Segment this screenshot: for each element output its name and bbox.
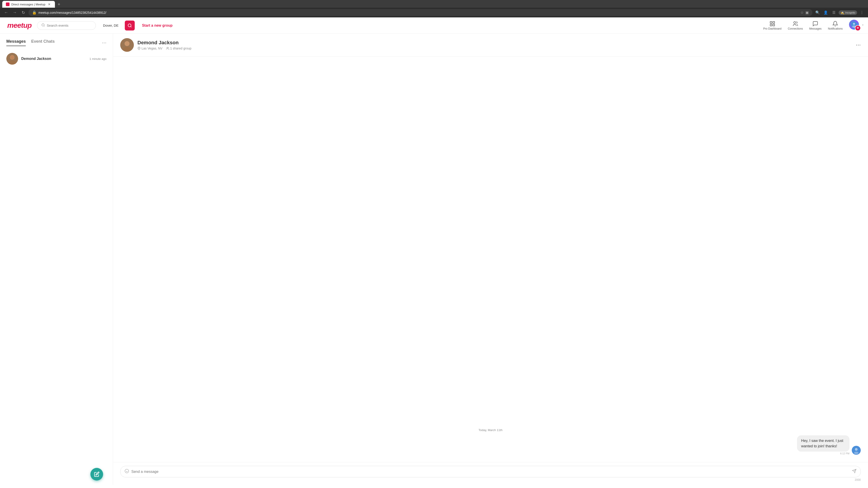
svg-rect-2 xyxy=(770,22,772,23)
logo[interactable]: meetup xyxy=(7,21,32,30)
location-display: Dover, DE xyxy=(103,24,119,27)
svg-point-22 xyxy=(125,469,129,473)
main-nav: Pro Dashboard Connections Messages xyxy=(763,20,861,31)
search-input[interactable] xyxy=(47,24,83,27)
incognito-label: Incognito xyxy=(845,11,855,14)
compose-button[interactable] xyxy=(90,468,103,481)
message-contact-name: Demond Jackson xyxy=(21,57,86,61)
conversation-location: Las Vegas, NV xyxy=(137,46,162,50)
start-group-button[interactable]: Start a new group xyxy=(142,24,173,28)
svg-point-15 xyxy=(125,41,129,46)
header: meetup Dover, DE Start a new group Pro D xyxy=(0,18,868,34)
incognito-icon: 🕵 xyxy=(840,11,844,14)
sidebar-toggle[interactable]: ☰ xyxy=(831,9,837,16)
search-bar[interactable] xyxy=(37,21,96,30)
conversation-info: Demond Jackson Las Vegas, NV xyxy=(137,40,852,50)
browser-tab[interactable]: Direct messages | Meetup ✕ xyxy=(2,1,55,8)
conversation-shared-group: 1 shared group xyxy=(166,46,191,50)
message-time: 1 minute ago xyxy=(90,57,106,61)
search-icon xyxy=(41,23,45,28)
messages-panel-header: Messages Event Chats ⋯ xyxy=(0,34,113,46)
bookmark-icon[interactable]: ☆ xyxy=(800,10,804,15)
svg-point-13 xyxy=(10,55,14,59)
message-row-0: Hey, I saw the event. I just wanted to j… xyxy=(120,435,861,455)
message-bubble: Hey, I saw the event. I just wanted to j… xyxy=(797,435,849,452)
conversation-more-button[interactable]: ⋯ xyxy=(856,42,861,48)
app: meetup Dover, DE Start a new group Pro D xyxy=(0,18,868,485)
extensions-icon[interactable]: ▣ xyxy=(805,10,809,15)
address-bar-actions: ☆ ▣ xyxy=(800,10,809,15)
svg-point-6 xyxy=(794,22,796,24)
svg-point-20 xyxy=(855,448,858,451)
avatar-face xyxy=(6,53,18,65)
message-sender-avatar xyxy=(852,446,861,455)
zoom-icon[interactable]: 🔍 xyxy=(814,9,821,16)
user-avatar-area[interactable]: M ⌄ xyxy=(849,20,861,31)
tab-event-chats[interactable]: Event Chats xyxy=(31,39,55,46)
tab-messages[interactable]: Messages xyxy=(6,39,26,46)
shared-group-text: 1 shared group xyxy=(170,46,191,50)
compose-input-wrapper xyxy=(120,466,861,477)
conversation-header: Demond Jackson Las Vegas, NV xyxy=(113,34,868,57)
nav-connections[interactable]: Connections xyxy=(788,21,803,30)
profile-icon[interactable]: 👤 xyxy=(822,9,829,16)
new-tab-button[interactable]: + xyxy=(56,1,62,7)
svg-point-17 xyxy=(138,48,140,48)
chat-messages: Today, March 11th xyxy=(120,62,861,457)
nav-messages-label: Messages xyxy=(809,27,822,30)
svg-point-8 xyxy=(853,23,855,25)
char-count: 2000 xyxy=(120,478,861,482)
tab-close-button[interactable]: ✕ xyxy=(47,2,51,6)
nav-pro-dashboard[interactable]: Pro Dashboard xyxy=(763,21,781,30)
tab-bar: Direct messages | Meetup ✕ + xyxy=(0,0,868,8)
svg-point-18 xyxy=(167,47,168,48)
message-content-wrapper: Hey, I saw the event. I just wanted to j… xyxy=(762,435,849,455)
svg-point-0 xyxy=(42,24,44,26)
search-submit-button[interactable] xyxy=(125,21,135,31)
user-avatar-inner: M xyxy=(855,25,861,31)
url-input[interactable] xyxy=(38,11,799,14)
panel-more-button[interactable]: ⋯ xyxy=(102,40,106,45)
messages-panel: Messages Event Chats ⋯ xyxy=(0,34,113,485)
conversation-body: Today, March 11th xyxy=(113,57,868,462)
reload-button[interactable]: ↻ xyxy=(20,9,27,16)
message-list: Demond Jackson 1 minute ago xyxy=(0,46,113,485)
nav-connections-label: Connections xyxy=(788,27,803,30)
back-button[interactable]: ← xyxy=(3,9,9,16)
message-item[interactable]: Demond Jackson 1 minute ago xyxy=(0,50,113,68)
incognito-badge: 🕵 Incognito xyxy=(839,10,857,15)
meetup-favicon xyxy=(6,2,9,6)
message-contact-info: Demond Jackson xyxy=(21,57,86,61)
svg-rect-3 xyxy=(773,22,775,23)
chevron-down-icon: ⌄ xyxy=(862,23,864,26)
conversation-avatar xyxy=(120,38,134,52)
nav-pro-dashboard-label: Pro Dashboard xyxy=(763,27,781,30)
tab-title: Direct messages | Meetup xyxy=(11,3,45,6)
message-contact-avatar xyxy=(6,53,18,65)
logo-text: meetup xyxy=(7,21,32,30)
message-compose-area: 2000 xyxy=(113,462,868,485)
browser-right-buttons: 🔍 👤 ☰ 🕵 Incognito ⋮ xyxy=(814,9,865,16)
nav-messages[interactable]: Messages xyxy=(809,21,822,30)
svg-rect-5 xyxy=(773,24,775,26)
message-input[interactable] xyxy=(131,470,850,474)
browser-menu-button[interactable]: ⋮ xyxy=(859,9,865,16)
emoji-button[interactable] xyxy=(125,469,129,475)
nav-notifications-label: Notifications xyxy=(828,27,843,30)
conversation-meta: Las Vegas, NV 1 shared group xyxy=(137,46,852,50)
conversation-panel: Demond Jackson Las Vegas, NV xyxy=(113,34,868,485)
address-bar-row: ← → ↻ 🔒 ☆ ▣ 🔍 👤 ☰ 🕵 Incognito ⋮ xyxy=(0,8,868,18)
date-divider: Today, March 11th xyxy=(120,428,861,432)
svg-point-21 xyxy=(854,452,859,454)
location-text: Las Vegas, NV xyxy=(142,46,162,50)
conversation-contact-name: Demond Jackson xyxy=(137,40,852,46)
panel-tabs: Messages Event Chats xyxy=(6,39,55,46)
address-bar[interactable]: 🔒 ☆ ▣ xyxy=(29,9,812,16)
svg-point-1 xyxy=(128,24,131,27)
svg-rect-4 xyxy=(770,24,772,26)
forward-button[interactable]: → xyxy=(11,9,18,16)
main-content: Messages Event Chats ⋯ xyxy=(0,34,868,485)
send-button[interactable] xyxy=(852,469,857,475)
nav-notifications[interactable]: Notifications xyxy=(828,21,843,30)
message-time-label: 6:12 PM xyxy=(840,452,849,455)
